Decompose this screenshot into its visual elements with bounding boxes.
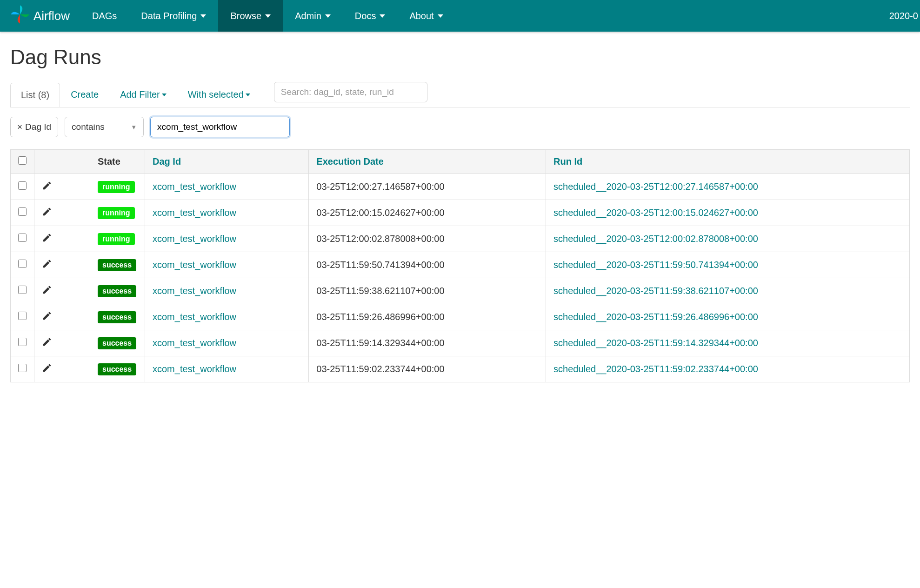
status-badge: success bbox=[98, 285, 136, 297]
row-dag-id[interactable]: xcom_test_workflow bbox=[145, 278, 309, 304]
nav-item-label: Docs bbox=[355, 11, 376, 21]
pencil-icon[interactable] bbox=[42, 208, 52, 219]
pencil-icon[interactable] bbox=[42, 234, 52, 245]
row-execution-date: 03-25T12:00:27.146587+00:00 bbox=[309, 174, 546, 200]
row-dag-id[interactable]: xcom_test_workflow bbox=[145, 252, 309, 278]
nav-item-about[interactable]: About bbox=[397, 0, 455, 32]
nav-item-docs[interactable]: Docs bbox=[343, 0, 398, 32]
row-dag-id[interactable]: xcom_test_workflow bbox=[145, 304, 309, 330]
table-row: successxcom_test_workflow03-25T11:59:26.… bbox=[11, 304, 910, 330]
filter-field-label: Dag Id bbox=[25, 122, 51, 132]
select-all-checkbox[interactable] bbox=[18, 156, 27, 165]
row-run-id[interactable]: scheduled__2020-03-25T11:59:14.329344+00… bbox=[546, 330, 910, 356]
pencil-icon[interactable] bbox=[42, 261, 52, 271]
row-edit-cell bbox=[34, 356, 90, 382]
row-select-cell bbox=[11, 278, 34, 304]
status-badge: success bbox=[98, 259, 136, 271]
chevron-down-icon bbox=[265, 14, 271, 18]
table-row: successxcom_test_workflow03-25T11:59:38.… bbox=[11, 278, 910, 304]
row-state-cell: running bbox=[90, 226, 145, 252]
status-badge: success bbox=[98, 363, 136, 375]
dag-id-header[interactable]: Dag Id bbox=[145, 150, 309, 174]
row-edit-cell bbox=[34, 330, 90, 356]
row-select-cell bbox=[11, 356, 34, 382]
tab-row: List (8) Create Add Filter With selected bbox=[10, 82, 910, 107]
brand-text: Airflow bbox=[33, 9, 70, 23]
row-execution-date: 03-25T11:59:14.329344+00:00 bbox=[309, 330, 546, 356]
filter-field-chip[interactable]: × Dag Id bbox=[10, 117, 58, 137]
row-select-cell bbox=[11, 226, 34, 252]
tab-list[interactable]: List (8) bbox=[10, 83, 60, 107]
row-execution-date: 03-25T11:59:02.233744+00:00 bbox=[309, 356, 546, 382]
row-state-cell: running bbox=[90, 174, 145, 200]
table-row: successxcom_test_workflow03-25T11:59:14.… bbox=[11, 330, 910, 356]
row-edit-cell bbox=[34, 304, 90, 330]
status-badge: success bbox=[98, 311, 136, 323]
row-checkbox[interactable] bbox=[18, 286, 27, 294]
tab-create-label: Create bbox=[71, 89, 99, 100]
row-state-cell: success bbox=[90, 356, 145, 382]
pencil-icon[interactable] bbox=[42, 365, 52, 375]
navbar-clock: 2020-0 bbox=[880, 0, 920, 32]
page-title: Dag Runs bbox=[10, 46, 910, 69]
brand[interactable]: Airflow bbox=[0, 0, 80, 32]
nav-item-dags[interactable]: DAGs bbox=[80, 0, 129, 32]
row-checkbox[interactable] bbox=[18, 312, 27, 320]
row-run-id[interactable]: scheduled__2020-03-25T11:59:02.233744+00… bbox=[546, 356, 910, 382]
status-badge: success bbox=[98, 337, 136, 349]
row-execution-date: 03-25T11:59:38.621107+00:00 bbox=[309, 278, 546, 304]
tab-create[interactable]: Create bbox=[60, 82, 109, 107]
pencil-icon[interactable] bbox=[42, 182, 52, 193]
table-row: runningxcom_test_workflow03-25T12:00:15.… bbox=[11, 200, 910, 226]
row-checkbox[interactable] bbox=[18, 181, 27, 190]
row-run-id[interactable]: scheduled__2020-03-25T12:00:02.878008+00… bbox=[546, 226, 910, 252]
airflow-logo-icon bbox=[10, 5, 30, 27]
row-run-id[interactable]: scheduled__2020-03-25T11:59:50.741394+00… bbox=[546, 252, 910, 278]
row-select-cell bbox=[11, 200, 34, 226]
pencil-icon[interactable] bbox=[42, 287, 52, 297]
row-execution-date: 03-25T12:00:02.878008+00:00 bbox=[309, 226, 546, 252]
tab-with-selected-label: With selected bbox=[188, 89, 244, 100]
run-id-header[interactable]: Run Id bbox=[546, 150, 910, 174]
nav-item-label: About bbox=[409, 11, 433, 21]
row-checkbox[interactable] bbox=[18, 364, 27, 372]
row-edit-cell bbox=[34, 200, 90, 226]
filter-op-select[interactable]: contains ▼ bbox=[65, 117, 144, 137]
row-execution-date: 03-25T11:59:26.486996+00:00 bbox=[309, 304, 546, 330]
pencil-icon[interactable] bbox=[42, 313, 52, 323]
close-icon[interactable]: × bbox=[17, 122, 22, 132]
row-dag-id[interactable]: xcom_test_workflow bbox=[145, 330, 309, 356]
row-run-id[interactable]: scheduled__2020-03-25T12:00:15.024627+00… bbox=[546, 200, 910, 226]
execution-date-header[interactable]: Execution Date bbox=[309, 150, 546, 174]
row-run-id[interactable]: scheduled__2020-03-25T12:00:27.146587+00… bbox=[546, 174, 910, 200]
row-checkbox[interactable] bbox=[18, 207, 27, 216]
row-state-cell: success bbox=[90, 330, 145, 356]
row-select-cell bbox=[11, 174, 34, 200]
nav-item-label: DAGs bbox=[92, 11, 117, 21]
row-run-id[interactable]: scheduled__2020-03-25T11:59:38.621107+00… bbox=[546, 278, 910, 304]
row-checkbox[interactable] bbox=[18, 260, 27, 268]
row-dag-id[interactable]: xcom_test_workflow bbox=[145, 174, 309, 200]
row-state-cell: success bbox=[90, 278, 145, 304]
row-state-cell: success bbox=[90, 304, 145, 330]
row-dag-id[interactable]: xcom_test_workflow bbox=[145, 226, 309, 252]
search-input[interactable] bbox=[274, 82, 427, 102]
row-checkbox[interactable] bbox=[18, 234, 27, 242]
filter-value-input[interactable] bbox=[150, 117, 290, 137]
row-dag-id[interactable]: xcom_test_workflow bbox=[145, 356, 309, 382]
tab-add-filter[interactable]: Add Filter bbox=[109, 82, 177, 107]
row-state-cell: success bbox=[90, 252, 145, 278]
table-header-row: State Dag Id Execution Date Run Id bbox=[11, 150, 910, 174]
row-dag-id[interactable]: xcom_test_workflow bbox=[145, 200, 309, 226]
nav-item-admin[interactable]: Admin bbox=[283, 0, 343, 32]
nav-item-data-profiling[interactable]: Data Profiling bbox=[129, 0, 218, 32]
tab-with-selected[interactable]: With selected bbox=[177, 82, 261, 107]
dag-runs-table: State Dag Id Execution Date Run Id runni… bbox=[10, 149, 910, 382]
nav-item-label: Admin bbox=[295, 11, 321, 21]
row-execution-date: 03-25T11:59:50.741394+00:00 bbox=[309, 252, 546, 278]
row-checkbox[interactable] bbox=[18, 338, 27, 346]
pencil-icon[interactable] bbox=[42, 339, 52, 349]
row-run-id[interactable]: scheduled__2020-03-25T11:59:26.486996+00… bbox=[546, 304, 910, 330]
state-header: State bbox=[90, 150, 145, 174]
nav-item-browse[interactable]: Browse bbox=[218, 0, 283, 32]
